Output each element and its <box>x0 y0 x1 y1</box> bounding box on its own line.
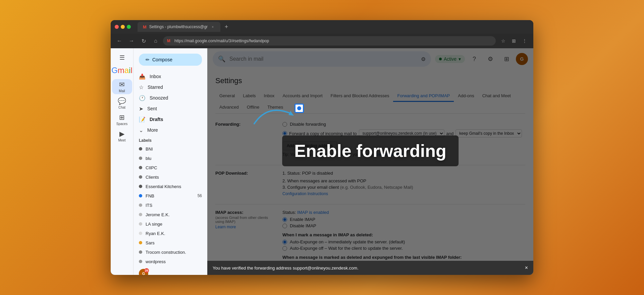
label-trocom[interactable]: Trocom construction. <box>133 247 207 257</box>
label-essential-kitchens[interactable]: Essential Kitchens <box>133 182 207 191</box>
imap-status-label: Status: <box>282 210 296 215</box>
settings-button[interactable]: ⚙ <box>484 52 497 66</box>
more-label: More <box>147 127 158 133</box>
label-ryan-text: Ryan E.K. <box>146 231 165 236</box>
forward-copy-label: Forward a copy of incoming mail to <box>289 131 357 136</box>
creating-filter-link[interactable]: creating a filter! <box>375 152 403 157</box>
active-status-badge[interactable]: Active ▾ <box>435 55 465 63</box>
imap-desc: (access Gmail from other clients using I… <box>215 216 276 224</box>
traffic-lights <box>115 25 131 29</box>
tab-chat[interactable]: Chat and Meet <box>478 91 515 102</box>
label-blu[interactable]: blu <box>133 154 207 163</box>
disable-forwarding-row: Disable forwarding <box>282 122 525 127</box>
label-its-text: ITS <box>146 203 152 208</box>
label-ryan[interactable]: Ryan E.K. <box>133 229 207 238</box>
help-button[interactable]: ? <box>468 52 481 66</box>
hamburger-menu[interactable]: ☰ <box>115 51 129 64</box>
more-icon: ⌄ <box>139 127 143 133</box>
minimize-button[interactable] <box>121 25 125 29</box>
app-content: ☰ Gmail ✉ Mail 💬 Chat ⊞ Spaces ▶ Meet <box>111 48 533 275</box>
tab-filters[interactable]: Filters and Blocked Addresses <box>327 91 393 102</box>
forwarding-options: Disable forwarding Forward a copy of inc… <box>282 122 525 137</box>
nav-drafts[interactable]: 📝 Drafts <box>133 114 202 125</box>
titlebar: M Settings - plumbwithsuccess@gr × + <box>111 20 533 34</box>
address-bar[interactable]: M https://mail.google.com/mail/u/3/#sett… <box>163 36 496 46</box>
label-clients[interactable]: Clients <box>133 172 207 182</box>
sidebar-meet-icon[interactable]: ▶ Meet <box>112 128 132 143</box>
apps-button[interactable]: ⊞ <box>500 52 513 66</box>
tab-forwarding[interactable]: Forwarding and POP/IMAP <box>393 91 454 102</box>
notification-close-button[interactable]: × <box>525 265 528 271</box>
forward-email-select[interactable]: support@onlineyou.zendesk.com (in use) <box>359 129 444 137</box>
pop-configure-label: 3. Configure your email client <box>282 185 339 190</box>
enable-imap-radio[interactable] <box>282 217 287 222</box>
label-jerome[interactable]: Jerome E.K. <box>133 210 207 219</box>
pop-configure-desc: (e.g. Outlook, Eudora, Netscape Mail) <box>340 185 413 190</box>
bookmark-icon[interactable]: ☆ <box>498 36 508 46</box>
nav-starred[interactable]: ☆ Starred <box>133 82 202 93</box>
tab-advanced[interactable]: Advanced <box>215 102 243 113</box>
maximize-button[interactable] <box>127 25 131 29</box>
notification-bar: You have verified the forwarding address… <box>207 261 533 275</box>
disable-imap-radio[interactable] <box>282 224 287 228</box>
search-input[interactable] <box>229 56 417 62</box>
gmail-topbar: 🔍 ⚙ Active ▾ ? ⚙ ⊞ G <box>207 48 533 70</box>
sidebar-meet-label: Meet <box>118 138 125 142</box>
label-sars[interactable]: Sars <box>133 238 207 247</box>
sidebar-spaces-icon[interactable]: ⊞ Spaces <box>112 112 132 127</box>
forward-copy-radio[interactable] <box>282 131 287 136</box>
labels-section-title: Labels <box>133 135 207 144</box>
tab-general[interactable]: General <box>215 91 239 102</box>
tab-themes[interactable]: Themes <box>263 102 287 113</box>
tab-bar: M Settings - plumbwithsuccess@gr × + <box>138 22 529 32</box>
extension-icon[interactable]: ⊞ <box>509 36 519 46</box>
label-bni[interactable]: BNI <box>133 144 207 154</box>
auto-expunge-on-radio[interactable] <box>282 240 287 244</box>
pop-config-link[interactable]: Configuration Instructions <box>282 191 328 196</box>
forward-button[interactable]: → <box>127 36 136 46</box>
add-forwarding-address-button[interactable]: Add a forwarding address <box>282 141 337 150</box>
user-avatar[interactable]: G <box>516 53 528 65</box>
label-ciipc[interactable]: CIIPC <box>133 163 207 172</box>
label-dot-clients <box>139 175 142 179</box>
new-tab-button[interactable]: + <box>222 22 231 32</box>
user-avatar-small[interactable]: G 26 <box>139 269 148 275</box>
disable-imap-label: Disable IMAP <box>290 223 316 228</box>
nav-snoozed[interactable]: 🕐 Snoozed <box>133 93 202 103</box>
menu-icon[interactable]: ⋮ <box>520 36 529 46</box>
browser-toolbar: ← → ↻ ⌂ M https://mail.google.com/mail/u… <box>111 34 533 48</box>
label-la-singe[interactable]: LA singe <box>133 219 207 229</box>
sidebar-chat-label: Chat <box>118 106 125 109</box>
tab-accounts[interactable]: Accounts and Import <box>278 91 326 102</box>
tab-close-button[interactable]: × <box>210 24 215 29</box>
tab-labels[interactable]: Labels <box>239 91 260 102</box>
label-dot-bni <box>139 147 142 151</box>
active-tab[interactable]: M Settings - plumbwithsuccess@gr × <box>138 22 220 32</box>
refresh-button[interactable]: ↻ <box>139 36 148 46</box>
label-dot-ryan <box>139 232 142 235</box>
disable-forwarding-radio[interactable] <box>282 122 287 127</box>
inbox-label: Inbox <box>150 74 161 79</box>
search-filter-icon[interactable]: ⚙ <box>421 56 426 62</box>
nav-more[interactable]: ⌄ More <box>133 125 202 135</box>
auto-expunge-off-label: Auto-Expunge off – Wait for the client t… <box>290 246 403 251</box>
tab-offline[interactable]: Offline <box>243 102 263 113</box>
label-fnb[interactable]: FNB 56 <box>133 191 207 200</box>
expunged-label: When a message is marked as deleted and … <box>282 255 525 260</box>
sidebar-mail-icon[interactable]: ✉ Mail <box>112 79 132 94</box>
search-bar[interactable]: 🔍 ⚙ <box>213 51 431 67</box>
close-button[interactable] <box>115 25 119 29</box>
compose-button[interactable]: ✏ Compose <box>139 54 202 66</box>
home-button[interactable]: ⌂ <box>151 36 160 46</box>
tab-addons[interactable]: Add-ons <box>454 91 478 102</box>
tab-inbox[interactable]: Inbox <box>260 91 279 102</box>
back-button[interactable]: ← <box>115 36 124 46</box>
keep-copy-select[interactable]: keep Gmail's copy in the Inbox archive G… <box>455 129 522 137</box>
imap-learn-more[interactable]: Learn more <box>215 225 236 229</box>
nav-sent[interactable]: ➤ Sent <box>133 103 202 114</box>
sidebar-chat-icon[interactable]: 💬 Chat <box>112 96 132 111</box>
label-wordpress[interactable]: wordpress <box>133 257 207 266</box>
nav-inbox[interactable]: 📥 Inbox <box>133 71 202 82</box>
label-its[interactable]: ITS <box>133 200 207 210</box>
auto-expunge-off-radio[interactable] <box>282 246 287 251</box>
